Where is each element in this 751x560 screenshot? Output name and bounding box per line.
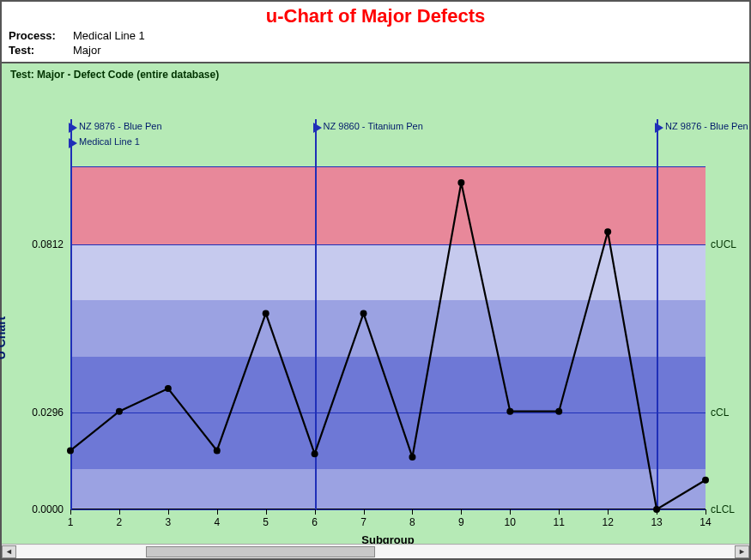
event-marker-label: NZ 9876 - Blue Pen bbox=[665, 121, 748, 131]
horizontal-scrollbar[interactable]: ◄ ► bbox=[2, 544, 749, 558]
control-line-label: cLCL bbox=[706, 503, 735, 515]
chart-subtitle: Test: Major - Defect Code (entire databa… bbox=[2, 63, 749, 86]
x-tick-label: 5 bbox=[263, 516, 269, 528]
y-tick-label: 0.0000 bbox=[32, 503, 70, 515]
svg-point-12 bbox=[653, 506, 660, 513]
x-tick-label: 14 bbox=[700, 516, 711, 528]
x-tick-label: 13 bbox=[651, 516, 662, 528]
svg-point-8 bbox=[457, 179, 464, 186]
svg-point-4 bbox=[263, 310, 270, 316]
event-marker-label: Medical Line 1 bbox=[79, 136, 140, 147]
y-tick-label: 0.0812 bbox=[32, 238, 70, 250]
x-tick-label: 11 bbox=[554, 516, 565, 528]
header: u-Chart of Major Defects Process: Medica… bbox=[2, 2, 749, 63]
svg-point-11 bbox=[604, 228, 611, 235]
y-axis-label: U Chart bbox=[0, 316, 9, 360]
event-marker-label: NZ 9876 - Blue Pen bbox=[79, 121, 162, 131]
event-marker-label: NZ 9860 - Titanium Pen bbox=[324, 121, 423, 131]
svg-point-3 bbox=[214, 447, 221, 454]
test-value: Major bbox=[73, 44, 101, 57]
process-label: Process: bbox=[9, 29, 73, 42]
scroll-left-button[interactable]: ◄ bbox=[2, 545, 16, 558]
x-tick-label: 1 bbox=[68, 516, 74, 528]
x-tick-label: 4 bbox=[214, 516, 220, 528]
scroll-track[interactable] bbox=[16, 545, 735, 558]
svg-point-7 bbox=[409, 454, 415, 461]
test-row: Test: Major bbox=[9, 44, 742, 57]
svg-point-6 bbox=[360, 310, 367, 316]
control-line-label: cCL bbox=[706, 406, 729, 418]
plot-frame: 0.00000.02960.0812 cLCLcCLcUCL 123456789… bbox=[70, 166, 706, 509]
svg-point-2 bbox=[165, 385, 172, 392]
chart-area: Test: Major - Defect Code (entire databa… bbox=[2, 63, 749, 550]
x-tick-label: 8 bbox=[409, 516, 415, 528]
test-label: Test: bbox=[9, 44, 73, 57]
svg-point-1 bbox=[116, 408, 123, 415]
chart-title: u-Chart of Major Defects bbox=[9, 5, 742, 27]
scroll-right-button[interactable]: ► bbox=[735, 545, 749, 558]
svg-point-5 bbox=[312, 450, 318, 457]
svg-point-0 bbox=[67, 447, 74, 454]
svg-point-10 bbox=[555, 408, 562, 415]
control-line-label: cUCL bbox=[706, 238, 736, 250]
x-tick-label: 7 bbox=[360, 516, 366, 528]
data-series bbox=[70, 166, 706, 509]
y-tick-label: 0.0296 bbox=[32, 406, 70, 418]
x-tick-label: 10 bbox=[505, 516, 516, 528]
x-tick-label: 6 bbox=[312, 516, 318, 528]
svg-point-13 bbox=[702, 477, 709, 484]
x-tick-label: 9 bbox=[458, 516, 464, 528]
chart-window: u-Chart of Major Defects Process: Medica… bbox=[0, 0, 751, 560]
process-row: Process: Medical Line 1 bbox=[9, 29, 742, 42]
scroll-thumb[interactable] bbox=[146, 546, 376, 557]
x-tick-label: 2 bbox=[117, 516, 123, 528]
x-tick-label: 12 bbox=[602, 516, 613, 528]
svg-point-9 bbox=[506, 408, 513, 415]
x-tick-label: 3 bbox=[166, 516, 172, 528]
process-value: Medical Line 1 bbox=[73, 29, 145, 42]
